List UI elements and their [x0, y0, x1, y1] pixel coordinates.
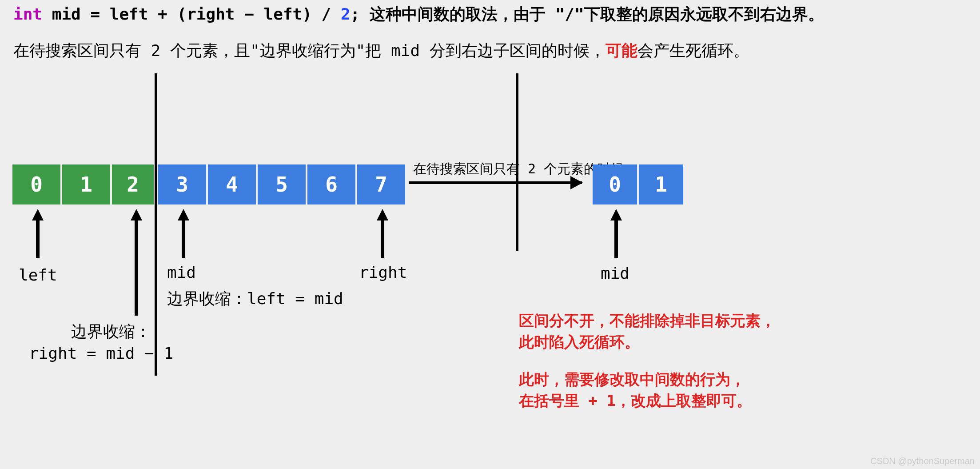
- line2-c: 会产生死循环。: [637, 41, 749, 60]
- keyword-int: int: [13, 5, 42, 23]
- arrow-left: [31, 209, 44, 258]
- arrow-shrink-left: [130, 209, 143, 316]
- text-line-2: 在待搜索区间只有 2 个元素，且"边界收缩行为"把 mid 分到右边子区间的时候…: [13, 40, 749, 62]
- watermark: CSDN @pythonSuperman: [870, 456, 975, 466]
- line2-b: 可能: [606, 41, 637, 60]
- cell-4: 4: [208, 164, 256, 204]
- label-right: right: [359, 263, 407, 281]
- label-left: left: [19, 266, 57, 284]
- shrink-left-expr: right = mid − 1: [29, 344, 173, 362]
- red2-a: 此时，需要修改取中间数的行为，: [519, 369, 752, 390]
- cell-1: 1: [62, 164, 110, 204]
- line2-a: 在待搜索区间只有 2 个元素，且"边界收缩行为"把 mid 分到右边子区间的时候…: [13, 41, 606, 60]
- red1-b: 此时陷入死循环。: [519, 332, 776, 353]
- cell-5: 5: [258, 164, 306, 204]
- red2-b: 在括号里 + 1，改成上取整即可。: [519, 390, 752, 412]
- arrow-small-mid: [610, 209, 623, 258]
- number-2: 2: [341, 5, 351, 23]
- red-block-1: 区间分不开，不能排除掉非目标元素， 此时陷入死循环。: [519, 310, 776, 353]
- code-line: int mid = left + (right − left) / 2; 这种中…: [13, 4, 824, 25]
- small-cell-1: 1: [639, 164, 683, 204]
- small-cell-0: 0: [593, 164, 637, 204]
- arrow-right: [376, 209, 389, 258]
- label-small-mid: mid: [601, 264, 629, 282]
- code-fragment-2: ;: [351, 5, 360, 23]
- cell-0: 0: [12, 164, 60, 204]
- cell-6: 6: [307, 164, 355, 204]
- label-mid: mid: [167, 263, 196, 281]
- code-fragment-1: mid = left + (right − left) /: [42, 5, 341, 23]
- red1-a: 区间分不开，不能排除掉非目标元素，: [519, 310, 776, 332]
- cell-2: 2: [112, 164, 154, 204]
- cell-7: 7: [357, 164, 405, 204]
- red-block-2: 此时，需要修改取中间数的行为， 在括号里 + 1，改成上取整即可。: [519, 369, 752, 411]
- horizontal-arrow: [409, 181, 582, 184]
- arrow-mid: [177, 209, 190, 258]
- shrink-left-title: 边界收缩：: [71, 321, 151, 343]
- shrink-mid: 边界收缩：left = mid: [167, 288, 343, 310]
- code-explain: 这种中间数的取法，由于 "/"下取整的原因永远取不到右边界。: [360, 5, 824, 23]
- vertical-separator-1: [155, 73, 157, 376]
- cell-3: 3: [158, 164, 206, 204]
